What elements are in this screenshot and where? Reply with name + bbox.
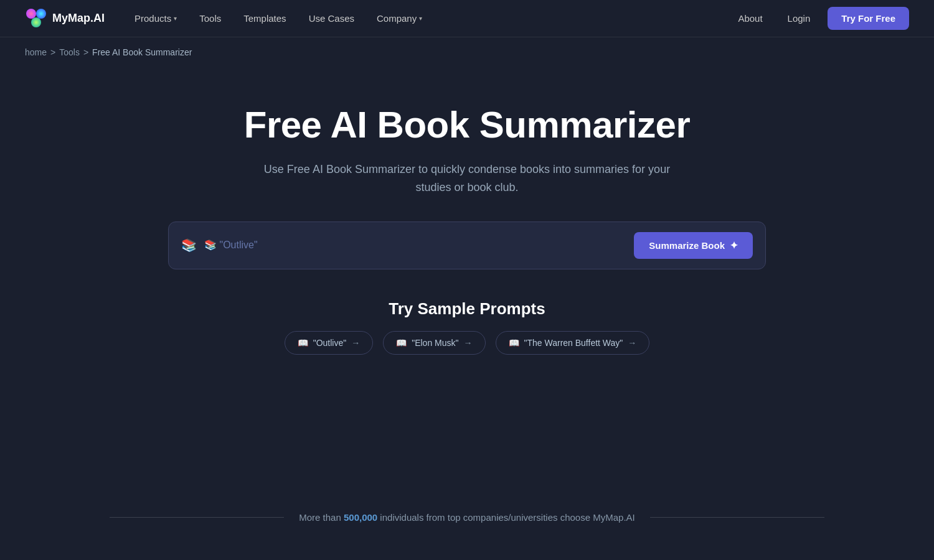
logo-link[interactable]: MyMap.AI bbox=[25, 7, 105, 30]
breadcrumb-current: Free AI Book Summarizer bbox=[92, 47, 192, 57]
sample-prompts-list: 📖 "Outlive" → 📖 "Elon Musk" → 📖 "The War… bbox=[285, 331, 650, 355]
breadcrumb-separator-1: > bbox=[50, 47, 55, 57]
about-link[interactable]: About bbox=[730, 8, 770, 29]
breadcrumb-home[interactable]: home bbox=[25, 47, 47, 57]
sparkle-icon: ✦ bbox=[730, 240, 738, 251]
arrow-icon-outlive: → bbox=[351, 338, 360, 348]
sample-prompt-label-warren: "The Warren Buffett Way" bbox=[524, 338, 623, 348]
svg-point-0 bbox=[26, 9, 36, 19]
login-link[interactable]: Login bbox=[780, 8, 818, 29]
page-title: Free AI Book Summarizer bbox=[244, 105, 691, 146]
sample-prompt-outlive[interactable]: 📖 "Outlive" → bbox=[285, 331, 374, 355]
breadcrumb: home > Tools > Free AI Book Summarizer bbox=[0, 37, 934, 67]
stats-suffix: individuals from top companies/universit… bbox=[377, 512, 635, 523]
hero-section: Free AI Book Summarizer Use Free AI Book… bbox=[0, 67, 934, 380]
summarize-button[interactable]: Summarize Book ✦ bbox=[634, 232, 753, 259]
nav-item-use-cases[interactable]: Use Cases bbox=[299, 8, 364, 29]
sample-prompt-label-elon: "Elon Musk" bbox=[412, 338, 458, 348]
nav-links: Products ▾ Tools Templates Use Cases Com… bbox=[125, 8, 432, 29]
book-icon-outlive: 📖 bbox=[298, 338, 308, 348]
sample-prompts-title: Try Sample Prompts bbox=[389, 299, 545, 319]
svg-point-1 bbox=[36, 9, 46, 19]
svg-point-2 bbox=[31, 17, 41, 27]
book-icon-warren: 📖 bbox=[509, 338, 519, 348]
hero-subtitle: Use Free AI Book Summarizer to quickly c… bbox=[249, 161, 685, 197]
summarize-label: Summarize Book bbox=[649, 240, 725, 251]
stats-highlight: 500,000 bbox=[344, 512, 377, 523]
navbar-left: MyMap.AI Products ▾ Tools Templates Use … bbox=[25, 7, 432, 30]
breadcrumb-separator-2: > bbox=[83, 47, 88, 57]
search-container: 📚 Summarize Book ✦ bbox=[168, 222, 766, 269]
try-free-button[interactable]: Try For Free bbox=[828, 7, 909, 30]
nav-item-tools[interactable]: Tools bbox=[189, 8, 231, 29]
sample-prompt-elon[interactable]: 📖 "Elon Musk" → bbox=[383, 331, 485, 355]
sample-prompt-label-outlive: "Outlive" bbox=[313, 338, 347, 348]
sample-prompt-warren[interactable]: 📖 "The Warren Buffett Way" → bbox=[496, 331, 650, 355]
arrow-icon-elon: → bbox=[464, 338, 473, 348]
stats-line-left bbox=[110, 517, 284, 518]
chevron-down-icon-company: ▾ bbox=[419, 15, 422, 22]
logo-text: MyMap.AI bbox=[52, 12, 105, 25]
nav-item-templates[interactable]: Templates bbox=[234, 8, 296, 29]
navbar: MyMap.AI Products ▾ Tools Templates Use … bbox=[0, 0, 934, 37]
stats-text: More than 500,000 individuals from top c… bbox=[284, 512, 649, 523]
arrow-icon-warren: → bbox=[628, 338, 636, 348]
sample-prompts-section: Try Sample Prompts 📖 "Outlive" → 📖 "Elon… bbox=[285, 299, 650, 355]
stats-section: More than 500,000 individuals from top c… bbox=[0, 512, 934, 523]
stats-line-right bbox=[650, 517, 824, 518]
nav-item-company[interactable]: Company ▾ bbox=[367, 8, 432, 29]
search-input[interactable] bbox=[204, 240, 626, 251]
book-icon: 📚 bbox=[181, 238, 197, 253]
logo-icon bbox=[25, 7, 47, 30]
nav-item-products[interactable]: Products ▾ bbox=[125, 8, 187, 29]
chevron-down-icon: ▾ bbox=[174, 15, 177, 22]
navbar-right: About Login Try For Free bbox=[730, 7, 909, 30]
book-icon-elon: 📖 bbox=[396, 338, 407, 348]
breadcrumb-tools[interactable]: Tools bbox=[59, 47, 80, 57]
stats-prefix: More than bbox=[299, 512, 344, 523]
